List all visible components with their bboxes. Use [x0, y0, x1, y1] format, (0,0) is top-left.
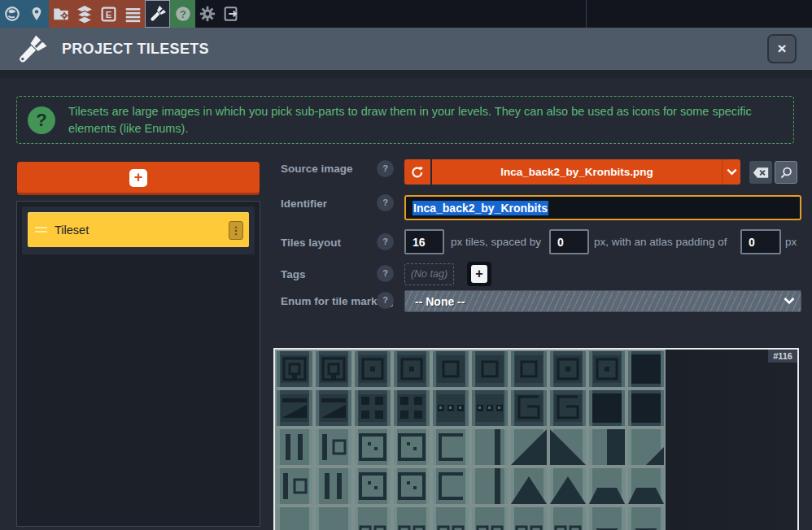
identifier-input[interactable]: Inca_back2_by_Kronbits — [404, 195, 801, 220]
tiles-layout-label: Tiles layout — [281, 237, 341, 249]
toolbar-separator — [586, 0, 587, 28]
enum-select[interactable]: -- None -- — [404, 290, 801, 312]
project-tilesets-panel: E ? PROJECT TILESETS × ? Tilesets are — [0, 0, 812, 530]
question-circle-icon: ? — [28, 106, 55, 134]
locate-file-icon[interactable] — [775, 161, 797, 184]
tile-spacing-input[interactable] — [549, 229, 589, 254]
entity-glyph: E — [106, 9, 112, 19]
tiles-layout-text-3: px — [785, 229, 797, 254]
atlas-padding-input[interactable] — [740, 229, 781, 254]
tileset-list: Tileset ⋮ — [16, 201, 260, 527]
tilesets-tool-selected[interactable] — [145, 0, 170, 28]
exit-icon[interactable] — [219, 0, 243, 28]
entity-e-icon[interactable]: E — [98, 3, 120, 24]
tile-count-badge: #116 — [768, 350, 797, 363]
tiles-layout-text-1: px tiles, spaced by — [451, 229, 541, 254]
help-tool[interactable]: ? — [170, 0, 195, 28]
list-icon[interactable] — [122, 3, 143, 24]
tags-empty-placeholder: (No tag) — [404, 263, 454, 285]
help-infobox: ? Tilesets are large images in which you… — [16, 96, 794, 144]
add-tileset-button[interactable]: + — [17, 162, 260, 195]
toolbar-group-project: E — [49, 0, 145, 28]
layers-icon[interactable] — [74, 3, 95, 24]
add-tag-button[interactable]: + — [467, 262, 491, 286]
tileset-item-label: Tileset — [55, 213, 89, 248]
help-text: Tilesets are large images in which you p… — [68, 103, 791, 137]
drag-handle-icon[interactable] — [35, 227, 47, 234]
close-button[interactable]: × — [767, 34, 797, 63]
panel-titlebar: PROJECT TILESETS × — [0, 28, 812, 70]
tiles-layout-help-bubble[interactable]: ? — [377, 233, 394, 250]
map-pin-icon[interactable] — [26, 3, 47, 24]
enum-help-bubble[interactable]: ? — [377, 292, 394, 309]
help-glyph: ? — [180, 8, 186, 20]
globe-icon[interactable] — [2, 3, 23, 24]
folder-gear-icon[interactable] — [50, 3, 72, 24]
toolbar-group-world — [0, 0, 49, 28]
tile-size-input[interactable] — [404, 229, 444, 254]
titlebar-shadow — [0, 70, 812, 78]
tileset-list-row-wrapper: Tileset ⋮ — [22, 206, 255, 254]
clear-source-button[interactable] — [749, 161, 772, 184]
plus-icon: + — [129, 169, 147, 187]
identifier-selected-text: Inca_back2_by_Kronbits — [413, 201, 548, 215]
tiles-layout-text-2: px, with an atlas padding of — [594, 229, 727, 254]
source-image-label: Source image — [281, 163, 353, 175]
top-toolbar: E ? — [0, 0, 812, 28]
tileset-image[interactable] — [275, 350, 666, 530]
chevron-down-icon — [784, 297, 795, 305]
identifier-help-bubble[interactable]: ? — [377, 194, 394, 211]
source-help-bubble[interactable]: ? — [377, 160, 394, 177]
source-image-filename: Inca_back2_by_Kronbits.png — [432, 159, 722, 185]
source-image-picker[interactable]: Inca_back2_by_Kronbits.png — [404, 159, 740, 185]
item-menu-button[interactable]: ⋮ — [229, 221, 243, 240]
settings-gear-icon[interactable] — [196, 0, 219, 28]
chevron-down-icon[interactable] — [722, 159, 740, 185]
enum-selected-value: -- None -- — [415, 291, 465, 312]
tileset-preview: #116 — [273, 348, 799, 530]
tileset-list-item-selected[interactable]: Tileset ⋮ — [28, 212, 249, 247]
reload-icon[interactable] — [404, 159, 432, 185]
plus-icon: + — [471, 265, 487, 283]
identifier-label: Identifier — [281, 198, 327, 210]
paintbrush-icon — [16, 33, 49, 66]
page-title: PROJECT TILESETS — [62, 28, 209, 70]
tags-help-bubble[interactable]: ? — [377, 265, 394, 282]
tags-label: Tags — [281, 268, 306, 280]
